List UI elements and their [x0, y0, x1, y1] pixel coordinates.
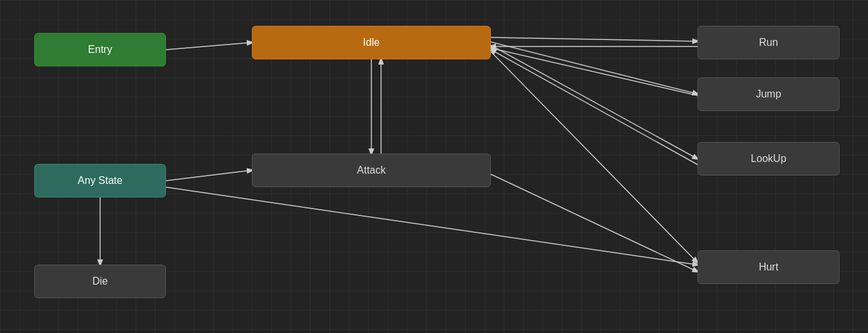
entry-node[interactable]: Entry — [34, 33, 166, 66]
run-label: Run — [759, 37, 778, 48]
svg-line-7 — [492, 50, 698, 165]
svg-line-1 — [166, 43, 251, 50]
idle-label: Idle — [363, 37, 380, 48]
entry-label: Entry — [88, 44, 112, 56]
jump-label: Jump — [756, 88, 781, 100]
svg-line-6 — [491, 45, 696, 158]
any-state-label: Any State — [78, 175, 122, 187]
svg-line-10 — [166, 170, 251, 181]
svg-line-5 — [492, 48, 698, 96]
svg-line-2 — [491, 37, 696, 41]
svg-line-14 — [491, 52, 696, 261]
hurt-node[interactable]: Hurt — [698, 250, 840, 284]
idle-node[interactable]: Idle — [252, 26, 491, 59]
any-state-node[interactable]: Any State — [34, 164, 166, 197]
lookup-label: LookUp — [750, 153, 786, 165]
svg-line-12 — [166, 187, 696, 265]
run-node[interactable]: Run — [698, 26, 840, 59]
svg-line-13 — [491, 174, 696, 271]
animator-canvas[interactable]: Entry Any State Idle Attack Die Run Jump… — [0, 0, 868, 333]
lookup-node[interactable]: LookUp — [698, 142, 840, 176]
hurt-label: Hurt — [759, 261, 778, 273]
attack-node[interactable]: Attack — [252, 154, 491, 187]
jump-node[interactable]: Jump — [698, 77, 840, 111]
die-node[interactable]: Die — [34, 265, 166, 298]
attack-label: Attack — [357, 165, 386, 176]
svg-line-4 — [491, 42, 696, 94]
die-label: Die — [92, 276, 108, 287]
